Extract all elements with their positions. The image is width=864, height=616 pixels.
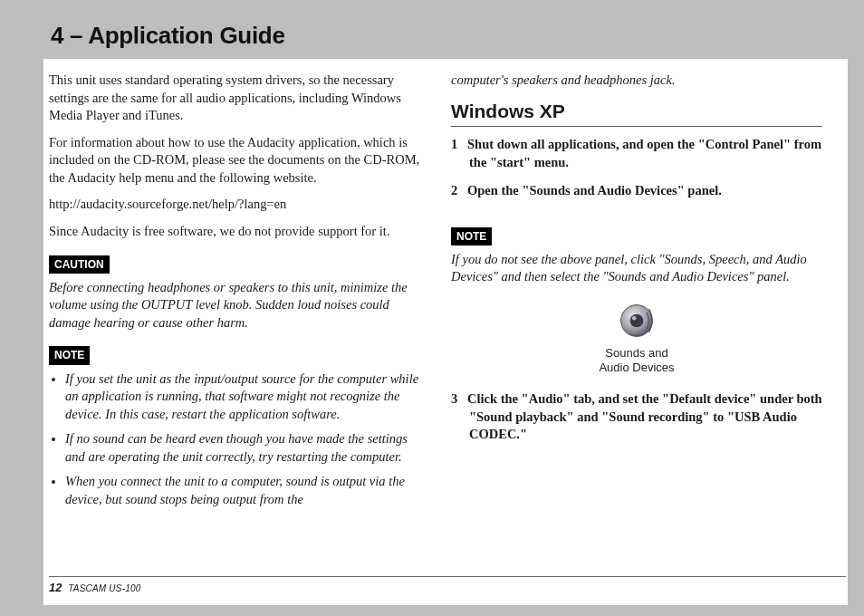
- binding-stripe: [27, 11, 43, 605]
- audacity-url: http://audacity.sourceforge.net/help/?la…: [49, 196, 420, 214]
- product-model: TASCAM US-100: [68, 583, 140, 593]
- manual-page: 4 – Application Guide This unit uses sta…: [27, 11, 848, 605]
- note-text: If you do not see the above panel, click…: [451, 251, 822, 286]
- caution-label: CAUTION: [49, 255, 110, 274]
- page-footer: 12 TASCAM US-100: [49, 576, 846, 596]
- carryover-text: computer's speakers and headphones jack.: [451, 72, 822, 90]
- section-heading-windows-xp: Windows XP: [451, 99, 822, 127]
- icon-caption-line: Audio Devices: [451, 361, 822, 375]
- speaker-icon: [617, 301, 657, 341]
- page-number: 12: [49, 581, 62, 594]
- chapter-title: 4 – Application Guide: [51, 20, 848, 52]
- body-text: For information about how to use the Aud…: [49, 134, 420, 188]
- step-list: Shut down all applications, and open the…: [451, 136, 822, 200]
- body-text: This unit uses standard operating system…: [49, 72, 420, 125]
- note-item: If you set the unit as the input/output …: [65, 371, 420, 424]
- icon-caption-line: Sounds and: [451, 346, 822, 361]
- step-list-continued: Click the "Audio" tab, and set the "Defa…: [451, 390, 822, 444]
- step-item: Shut down all applications, and open the…: [451, 136, 822, 171]
- two-column-layout: This unit uses standard operating system…: [49, 72, 822, 516]
- note-label: NOTE: [451, 227, 492, 245]
- note-item: If no sound can be heard even though you…: [65, 430, 420, 466]
- note-item: When you connect the unit to a computer,…: [65, 473, 420, 508]
- body-text: Since Audacity is free software, we do n…: [49, 223, 420, 241]
- caution-text: Before connecting headphones or speakers…: [49, 279, 420, 332]
- svg-point-2: [632, 316, 637, 321]
- note-list: If you set the unit as the input/output …: [49, 371, 420, 509]
- chapter-title-bar: 4 – Application Guide: [43, 11, 848, 59]
- note-label: NOTE: [49, 346, 90, 364]
- step-item: Click the "Audio" tab, and set the "Defa…: [451, 390, 822, 444]
- left-column: This unit uses standard operating system…: [49, 72, 420, 516]
- svg-point-1: [630, 314, 644, 328]
- step-item: Open the "Sounds and Audio Devices" pane…: [451, 182, 822, 200]
- right-column: computer's speakers and headphones jack.…: [451, 72, 822, 516]
- sounds-audio-devices-icon-block: Sounds and Audio Devices: [451, 301, 822, 374]
